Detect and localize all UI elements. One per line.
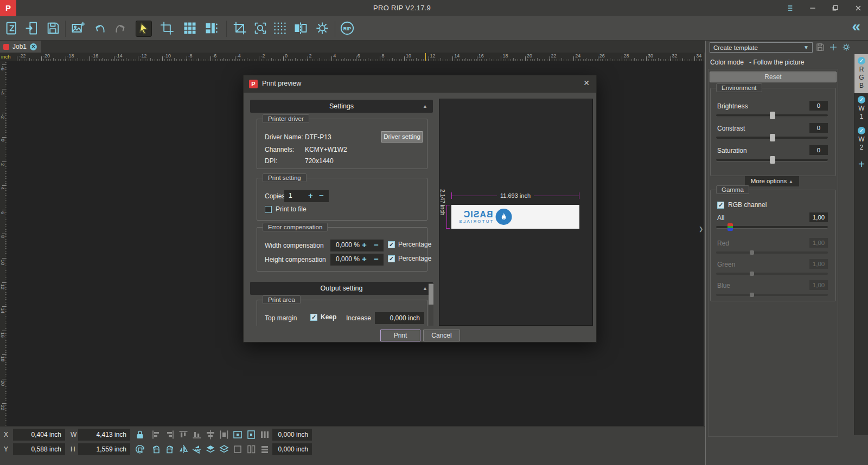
settings-gear-icon[interactable]	[315, 21, 331, 37]
h-value-field[interactable]: 1,559 inch	[78, 443, 130, 455]
channel-tab-w2[interactable]: ✓W2	[854, 124, 868, 155]
reset-button[interactable]: Reset	[710, 72, 837, 82]
align-right-icon[interactable]	[164, 429, 175, 440]
layout-blocks-icon[interactable]	[204, 21, 220, 37]
width-percentage-checkbox[interactable]: Percentage	[388, 241, 431, 248]
decrement-icon[interactable]: −	[374, 254, 379, 263]
template-add-icon[interactable]	[828, 42, 839, 53]
keep-checkbox[interactable]: Keep	[310, 313, 336, 321]
slider-track[interactable]	[716, 273, 828, 275]
driver-setting-button[interactable]: Driver setting	[381, 131, 423, 143]
decrement-icon[interactable]: −	[374, 240, 379, 249]
dialog-close-icon[interactable]: ✕	[583, 79, 590, 87]
slider-value-field[interactable]: 1,00	[809, 259, 828, 269]
minimize-button[interactable]	[807, 3, 818, 14]
copies-field[interactable]: 1 + −	[284, 190, 329, 202]
slider-track[interactable]	[716, 137, 828, 139]
print-button[interactable]: Print	[380, 330, 420, 341]
dialog-titlebar[interactable]: P Print preview ✕	[244, 75, 596, 93]
tab-job1[interactable]: Job1 ✕	[0, 41, 41, 53]
width-compensation-field[interactable]: 0,000 % + −	[330, 240, 384, 251]
columns-icon[interactable]	[259, 429, 270, 440]
channel-tab-rgb[interactable]: ✓RGB	[854, 54, 868, 93]
menu-list-icon[interactable]	[784, 3, 795, 14]
slider-value-field[interactable]: 1,00	[809, 280, 828, 290]
slider-value-field[interactable]: 1,00	[809, 212, 828, 222]
add-image-icon[interactable]	[71, 21, 87, 37]
increment-icon[interactable]: +	[362, 254, 367, 263]
scrollbar-thumb[interactable]	[429, 284, 433, 305]
x-value-field[interactable]: 0,404 inch	[13, 429, 65, 441]
rotate-cw-icon[interactable]	[164, 444, 175, 455]
open-job-icon[interactable]	[25, 21, 41, 37]
center-horizontal-icon[interactable]	[205, 429, 216, 440]
align-top-icon[interactable]	[178, 429, 189, 440]
w-value-field[interactable]: 4,413 inch	[78, 429, 130, 441]
decrement-icon[interactable]: −	[319, 191, 324, 200]
lock-icon[interactable]	[135, 429, 145, 440]
template-save-icon[interactable]	[815, 42, 826, 53]
slider-track[interactable]	[716, 251, 828, 254]
select-tool-icon[interactable]	[136, 21, 152, 37]
mirror-image-icon[interactable]	[293, 21, 309, 37]
slider-track[interactable]	[716, 226, 828, 228]
panel-collapse-handle[interactable]: ❯	[699, 221, 704, 237]
center-page-horizontal-icon[interactable]	[232, 429, 243, 440]
more-options-button[interactable]: More options ▲	[745, 176, 799, 186]
zoom-search-icon[interactable]	[253, 21, 269, 37]
dot-grid-icon[interactable]	[272, 21, 289, 37]
crop-tool-icon[interactable]	[159, 21, 176, 37]
slider-track[interactable]	[716, 159, 828, 161]
flip-horizontal-icon[interactable]	[178, 444, 189, 455]
print-to-file-checkbox[interactable]: Print to file	[265, 205, 307, 213]
two-columns-icon[interactable]	[246, 444, 257, 455]
slider-thumb[interactable]	[727, 223, 733, 231]
collapse-panel-icon[interactable]: «	[852, 18, 860, 35]
frame-icon[interactable]	[232, 444, 243, 455]
send-to-back-icon[interactable]	[219, 444, 229, 455]
artboard-icon[interactable]	[232, 21, 248, 37]
slider-value-field[interactable]: 1,00	[809, 238, 828, 248]
channel-tab-w1[interactable]: ✓W1	[854, 93, 868, 124]
increment-icon[interactable]: +	[308, 191, 313, 200]
template-select[interactable]: Create template ▼	[710, 42, 813, 53]
slider-thumb[interactable]	[770, 134, 775, 141]
slider-thumb[interactable]	[770, 156, 775, 164]
rgb-channel-checkbox[interactable]: RGB channel	[717, 201, 767, 209]
undo-icon[interactable]	[92, 21, 108, 37]
settings-section-header[interactable]: Settings ▲	[250, 100, 433, 113]
slider-value-field[interactable]: 0	[809, 101, 828, 111]
h-offset-field[interactable]: 0,000 inch	[272, 429, 312, 441]
tab-close-icon[interactable]: ✕	[30, 43, 37, 50]
align-left-icon[interactable]	[151, 429, 162, 440]
close-button[interactable]	[853, 3, 864, 14]
new-job-icon[interactable]	[4, 21, 21, 37]
top-margin-field[interactable]: 0,000 inch	[375, 312, 424, 324]
cancel-button[interactable]: Cancel	[423, 330, 460, 341]
settings-scrollbar[interactable]	[429, 283, 433, 326]
output-setting-section-header[interactable]: Output setting ▲	[250, 282, 433, 295]
slider-value-field[interactable]: 0	[809, 123, 828, 133]
panel-settings-gear-icon[interactable]	[841, 42, 852, 53]
align-bottom-icon[interactable]	[192, 429, 202, 440]
v-offset-field[interactable]: 0,000 inch	[272, 443, 312, 455]
height-compensation-field[interactable]: 0,000 % + −	[330, 254, 384, 266]
save-icon[interactable]	[46, 21, 62, 37]
center-page-vertical-icon[interactable]	[246, 429, 257, 440]
slider-thumb[interactable]	[750, 272, 754, 276]
height-percentage-checkbox[interactable]: Percentage	[388, 255, 431, 262]
slider-value-field[interactable]: 0	[809, 145, 828, 155]
add-channel-icon[interactable]: +	[854, 155, 868, 171]
tile-grid-icon[interactable]	[182, 21, 199, 37]
maximize-button[interactable]	[830, 3, 841, 14]
slider-track[interactable]	[716, 114, 828, 117]
slider-track[interactable]	[716, 294, 828, 296]
rotate-ccw-icon[interactable]	[151, 444, 162, 455]
slider-thumb[interactable]	[770, 112, 775, 119]
redo-icon[interactable]	[113, 21, 129, 37]
distribute-icon[interactable]	[219, 429, 229, 440]
rip-button-icon[interactable]: RIP	[340, 21, 356, 37]
flip-vertical-icon[interactable]	[192, 444, 202, 455]
y-value-field[interactable]: 0,588 inch	[13, 443, 65, 455]
rows-icon[interactable]	[259, 444, 270, 455]
